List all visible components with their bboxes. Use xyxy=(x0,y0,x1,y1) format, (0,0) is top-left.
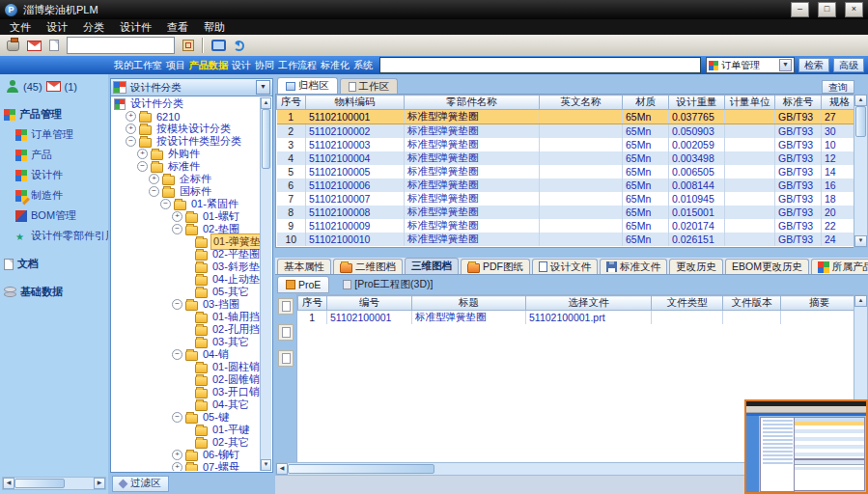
table-row[interactable]: 351102100003标准型弹簧垫圈65Mn0.002059GB/T9310 xyxy=(277,138,856,151)
parts-column-header[interactable]: 标准号 xyxy=(775,96,822,110)
tab-基本属性[interactable]: 基本属性 xyxy=(277,259,331,274)
tree-expander-icon[interactable]: − xyxy=(172,349,182,360)
refresh-icon[interactable] xyxy=(234,41,244,51)
search-button[interactable]: 检索 xyxy=(798,58,829,72)
nav-item-5[interactable]: 协同 xyxy=(253,59,276,72)
tree-expander-icon[interactable]: + xyxy=(126,124,136,134)
table-row[interactable]: 151102100001标准型弹簧垫圈51102100001.prt xyxy=(298,311,856,325)
menu-item-4[interactable]: 设计件 xyxy=(120,20,152,35)
parts-column-header[interactable]: 规格 xyxy=(822,96,856,110)
table-row[interactable]: 751102100007标准型弹簧垫圈65Mn0.010945GB/T9318 xyxy=(277,192,856,206)
parts-column-header[interactable]: 计量单位 xyxy=(725,96,775,110)
table-row[interactable]: 251102100002标准型弹簧垫圈65Mn0.050903GB/T9330 xyxy=(277,124,856,139)
files-column-header[interactable]: 文件版本 xyxy=(723,296,781,311)
module-combo[interactable]: 订单管理 ▼ xyxy=(706,57,795,73)
tree-expander-icon[interactable]: + xyxy=(172,462,182,471)
file-tab-2[interactable]: [ProE工程图(3D)] xyxy=(335,277,440,292)
menu-item-2[interactable]: 设计 xyxy=(46,20,68,35)
new-document-icon[interactable] xyxy=(49,40,59,51)
tree-expander-icon[interactable]: + xyxy=(172,450,182,460)
sidebar-hscrollbar[interactable] xyxy=(2,477,106,490)
sidebar-item[interactable]: 订单管理 xyxy=(0,124,108,145)
tab-所属产品[interactable]: 所属产品 xyxy=(811,259,868,274)
close-button[interactable] xyxy=(845,2,863,17)
sidebar-item[interactable]: 制造件 xyxy=(0,185,108,206)
files-column-header[interactable]: 文件类型 xyxy=(652,296,723,311)
tab-标准文件[interactable]: 标准文件 xyxy=(600,259,667,274)
tree-node[interactable]: +07-螺母 xyxy=(112,461,261,471)
tab-PDF图纸[interactable]: PDF图纸 xyxy=(461,259,530,274)
tree-header-combo[interactable]: 设计件分类 ▼ xyxy=(110,78,273,96)
parts-column-header[interactable]: 设计重量 xyxy=(669,96,725,110)
toolbar-input[interactable] xyxy=(67,37,175,54)
tree-expander-icon[interactable]: + xyxy=(126,111,136,122)
advanced-button[interactable]: 高级 xyxy=(833,58,864,72)
nav-search-input[interactable] xyxy=(379,57,701,73)
tree-expander-icon[interactable]: + xyxy=(149,174,159,184)
sidebar-item[interactable]: 基础数据 xyxy=(0,282,108,302)
table-row[interactable]: 851102100008标准型弹簧垫圈65Mn0.015001GB/T9320 xyxy=(277,206,856,219)
parts-column-header[interactable]: 序号 xyxy=(277,96,306,110)
chevron-down-icon[interactable]: ▼ xyxy=(256,80,270,95)
table-row[interactable]: 551102100005标准型弹簧垫圈65Mn0.006505GB/T9314 xyxy=(277,165,856,178)
files-column-header[interactable]: 标题 xyxy=(412,296,526,311)
mail-icon[interactable] xyxy=(27,41,42,51)
paint-jar-icon[interactable] xyxy=(7,41,19,51)
horizontal-splitter[interactable] xyxy=(275,248,868,257)
nav-item-7[interactable]: 标准化 xyxy=(319,59,351,72)
nav-item-8[interactable]: 系统 xyxy=(351,59,375,72)
tree-expander-icon[interactable]: + xyxy=(172,211,182,222)
tab-三维图档[interactable]: 三维图档 xyxy=(405,258,459,274)
files-column-header[interactable]: 编号 xyxy=(327,296,412,311)
files-column-header[interactable]: 选择文件 xyxy=(526,296,652,311)
filter-area-button[interactable]: 过滤区 xyxy=(112,476,169,492)
sidebar-item[interactable]: 产品管理 xyxy=(0,104,108,124)
table-row[interactable]: 1051102100010标准型弹簧垫圈65Mn0.026151GB/T9324 xyxy=(277,233,856,246)
stamp-icon[interactable] xyxy=(182,40,194,51)
table-row[interactable]: 451102100004标准型弹簧垫圈65Mn0.003498GB/T9312 xyxy=(277,151,856,165)
tab-EBOM更改历史[interactable]: EBOM更改历史 xyxy=(725,259,809,274)
menu-item-3[interactable]: 分类 xyxy=(83,20,104,35)
nav-item-3[interactable]: 产品数据 xyxy=(187,59,230,72)
tree-expander-icon[interactable]: − xyxy=(172,412,182,423)
tree-expander-icon[interactable]: − xyxy=(149,186,159,197)
user-icon[interactable] xyxy=(6,80,19,93)
table-row[interactable]: 151102100001标准型弹簧垫圈65Mn0.037765GB/T9327 xyxy=(277,110,856,124)
tab-更改历史[interactable]: 更改历史 xyxy=(669,259,723,274)
maximize-button[interactable] xyxy=(818,2,836,17)
monitor-icon[interactable] xyxy=(211,40,226,51)
parts-column-header[interactable]: 英文名称 xyxy=(540,96,623,110)
file-action-1-icon[interactable] xyxy=(278,298,294,315)
tree-node[interactable]: 设计件分类 xyxy=(112,97,261,110)
mail-count-icon[interactable] xyxy=(46,81,61,92)
tree-node[interactable]: 03-其它 xyxy=(112,336,261,348)
parts-column-header[interactable]: 零部件名称 xyxy=(405,96,540,110)
tree-node[interactable]: 04-其它 xyxy=(112,398,261,411)
nav-item-1[interactable]: 我的工作室 xyxy=(112,59,164,72)
parts-column-header[interactable]: 材质 xyxy=(623,96,669,110)
sidebar-item[interactable]: 设计件零部件引用次数 xyxy=(0,226,108,246)
tree-expander-icon[interactable]: − xyxy=(137,161,148,172)
tree-expander-icon[interactable]: − xyxy=(160,199,171,209)
sidebar-item[interactable]: 文档 xyxy=(0,254,108,274)
tree-expander-icon[interactable]: − xyxy=(126,136,136,147)
tab-设计文件[interactable]: 设计文件 xyxy=(532,259,598,274)
tree-expander-icon[interactable]: − xyxy=(172,299,182,310)
sidebar-item[interactable]: 设计件 xyxy=(0,165,108,185)
query-button[interactable]: 查询 xyxy=(822,80,854,94)
menu-item-5[interactable]: 查看 xyxy=(167,20,188,35)
workspace-tab-1[interactable]: 归档区 xyxy=(277,77,338,94)
tree-vscrollbar[interactable] xyxy=(260,97,271,471)
menu-item-1[interactable]: 文件 xyxy=(10,20,31,35)
tree-expander-icon[interactable]: − xyxy=(172,224,182,234)
file-action-3-icon[interactable] xyxy=(278,350,294,367)
table-row[interactable]: 951102100009标准型弹簧垫圈65Mn0.020174GB/T9322 xyxy=(277,219,856,233)
tree-expander-icon[interactable]: + xyxy=(137,149,148,159)
table-row[interactable]: 651102100006标准型弹簧垫圈65Mn0.008144GB/T9316 xyxy=(277,178,856,192)
sidebar-item[interactable]: 产品 xyxy=(0,145,108,165)
files-column-header[interactable]: 序号 xyxy=(298,296,327,311)
sidebar-item[interactable]: BOM管理 xyxy=(0,206,108,226)
parts-vscrollbar[interactable] xyxy=(854,94,868,248)
files-column-header[interactable]: 摘要 xyxy=(781,296,856,311)
nav-item-6[interactable]: 工作流程 xyxy=(276,59,319,72)
